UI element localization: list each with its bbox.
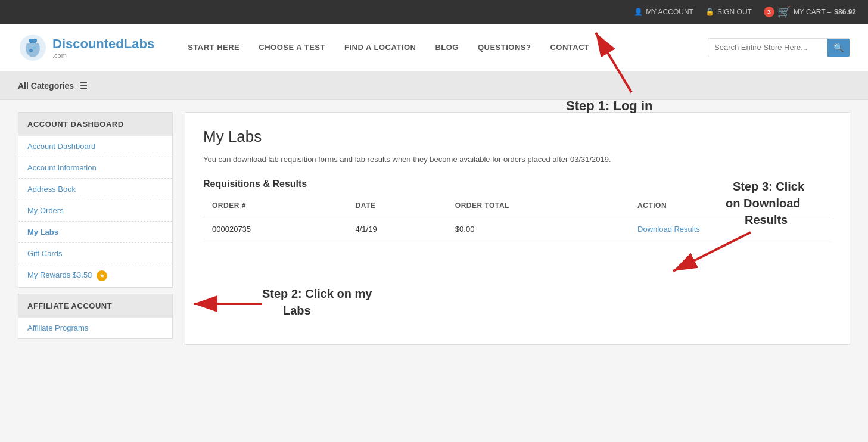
- svg-point-3: [29, 49, 33, 52]
- content-area: My Labs You can download lab requisition…: [185, 112, 850, 345]
- top-bar: 👤 MY ACCOUNT 🔓 SIGN OUT 3 🛒 MY CART – $8…: [0, 0, 868, 24]
- cart-label: MY CART –: [794, 8, 831, 16]
- logo-text: DiscountedLabs: [52, 36, 154, 52]
- col-order-number: ORDER #: [203, 195, 347, 216]
- svg-rect-1: [29, 39, 37, 42]
- main-nav: START HERE CHOOSE A TEST FIND A LOCATION…: [178, 43, 708, 52]
- results-table: ORDER # DATE ORDER TOTAL ACTION 00002073…: [203, 195, 832, 242]
- page-description: You can download lab requisition forms a…: [203, 155, 832, 164]
- col-action: ACTION: [629, 195, 832, 216]
- cell-order-total: $0.00: [446, 216, 629, 242]
- svg-point-4: [33, 46, 36, 49]
- rewards-coin-icon: ★: [97, 270, 107, 281]
- sidebar-item-my-labs[interactable]: My Labs: [18, 222, 172, 243]
- categories-label: All Categories: [18, 81, 74, 91]
- cart-price: $86.92: [834, 8, 856, 16]
- nav-blog[interactable]: BLOG: [425, 43, 468, 52]
- table-row: 000020735 4/1/19 $0.00 Download Results: [203, 216, 832, 242]
- logo-link[interactable]: DiscountedLabs .com: [18, 33, 154, 63]
- col-order-total: ORDER TOTAL: [446, 195, 629, 216]
- sidebar-item-address-book[interactable]: Address Book: [18, 179, 172, 200]
- signout-icon: 🔓: [705, 8, 714, 16]
- hamburger-menu[interactable]: ☰: [80, 81, 88, 91]
- sidebar-item-my-rewards[interactable]: My Rewards $3.58 ★: [18, 264, 172, 287]
- cell-date: 4/1/19: [347, 216, 446, 242]
- table-body: 000020735 4/1/19 $0.00 Download Results: [203, 216, 832, 242]
- cart-button[interactable]: 3 🛒 MY CART – $86.92: [764, 5, 856, 18]
- table-head: ORDER # DATE ORDER TOTAL ACTION: [203, 195, 832, 216]
- search-input[interactable]: [708, 39, 827, 55]
- user-icon: 👤: [634, 8, 643, 16]
- nav-choose-test[interactable]: CHOOSE A TEST: [249, 43, 335, 52]
- cell-order-number: 000020735: [203, 216, 347, 242]
- account-dashboard-section: ACCOUNT DASHBOARD Account Dashboard Acco…: [18, 112, 173, 288]
- col-date: DATE: [347, 195, 446, 216]
- table-header-row: ORDER # DATE ORDER TOTAL ACTION: [203, 195, 832, 216]
- sign-out-link[interactable]: 🔓 SIGN OUT: [705, 8, 752, 16]
- page-title: My Labs: [203, 127, 832, 146]
- sidebar-item-my-orders[interactable]: My Orders: [18, 200, 172, 222]
- sidebar-item-account-information[interactable]: Account Information: [18, 157, 172, 179]
- sidebar: ACCOUNT DASHBOARD Account Dashboard Acco…: [18, 112, 173, 345]
- cell-action: Download Results: [629, 216, 832, 242]
- header: DiscountedLabs .com START HERE CHOOSE A …: [0, 24, 868, 71]
- my-account-link[interactable]: 👤 MY ACCOUNT: [634, 8, 693, 16]
- sidebar-item-affiliate-programs[interactable]: Affiliate Programs: [18, 318, 172, 338]
- logo-sub: .com: [52, 52, 154, 59]
- logo-icon: [18, 33, 48, 63]
- svg-rect-2: [30, 42, 36, 43]
- sidebar-dashboard-header: ACCOUNT DASHBOARD: [18, 113, 172, 136]
- table-title: Requisitions & Results: [203, 179, 832, 189]
- nav-start-here[interactable]: START HERE: [178, 43, 249, 52]
- cart-badge: 3: [764, 7, 774, 17]
- main-content: ACCOUNT DASHBOARD Account Dashboard Acco…: [0, 100, 868, 357]
- search-button[interactable]: 🔍: [827, 39, 850, 57]
- search-box: 🔍: [708, 38, 850, 57]
- sidebar-item-account-dashboard[interactable]: Account Dashboard: [18, 136, 172, 157]
- affiliate-account-section: AFFILIATE ACCOUNT Affiliate Programs: [18, 294, 173, 339]
- nav-questions[interactable]: QUESTIONS?: [468, 43, 541, 52]
- download-results-link[interactable]: Download Results: [637, 225, 700, 234]
- sidebar-affiliate-header: AFFILIATE ACCOUNT: [18, 294, 172, 318]
- nav-contact[interactable]: CONTACT: [540, 43, 599, 52]
- nav-find-location[interactable]: FIND A LOCATION: [335, 43, 425, 52]
- cart-icon: 🛒: [777, 5, 791, 18]
- categories-bar: All Categories ☰: [0, 71, 868, 100]
- sidebar-item-gift-cards[interactable]: Gift Cards: [18, 243, 172, 264]
